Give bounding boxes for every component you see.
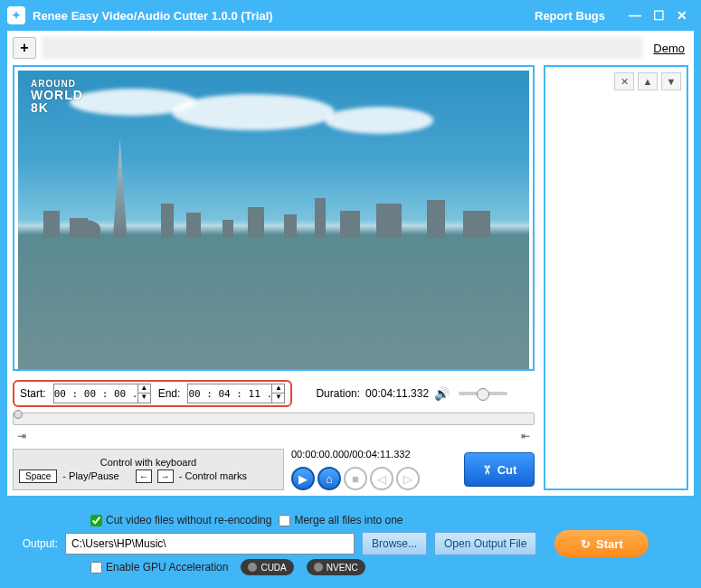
end-time-input[interactable] [188,388,271,400]
start-button[interactable]: ↻Start [554,530,649,557]
start-time-spinner[interactable]: ▲▼ [53,384,151,403]
no-reencode-checkbox[interactable]: Cut video files without re-encoding [90,514,271,526]
output-label: Output: [14,537,58,550]
duration-label: Duration: [316,387,360,400]
stop-button[interactable]: ■ [344,467,367,490]
report-bugs-link[interactable]: Report Bugs [535,9,605,23]
open-output-button[interactable]: Open Output File [434,532,536,555]
close-button[interactable]: ✕ [670,6,694,24]
merge-checkbox[interactable]: Merge all files into one [279,514,403,526]
browse-button[interactable]: Browse... [362,532,427,555]
video-watermark: AROUND WORLD 8K [31,80,83,114]
end-down[interactable]: ▼ [272,394,284,403]
video-preview-frame: AROUND WORLD 8K [13,65,535,371]
demo-link[interactable]: Demo [653,42,685,55]
timecode: 00:00:00.000/00:04:11.332 [291,449,411,460]
titlebar: ✦ Renee Easy Video/Audio Cutter 1.0.0 (T… [0,0,701,31]
file-path-field[interactable] [42,37,642,59]
mark-in-button[interactable]: ⇥ [13,427,31,445]
video-preview[interactable]: AROUND WORLD 8K [18,71,529,369]
cut-button[interactable]: ✂ Cut [464,452,535,487]
nvenc-badge: NVENC [307,559,365,575]
segments-panel: ✕ ▲ ▼ [544,65,688,490]
add-file-button[interactable]: + [13,37,36,59]
play-button[interactable]: ▶ [291,467,315,490]
right-key-hint: → [157,469,174,483]
home-button[interactable]: ⌂ [317,467,341,490]
keyboard-hints: Control with keyboard Space - Play/Pause… [13,449,284,490]
maximize-button[interactable]: ☐ [647,6,670,24]
scissors-icon: ✂ [480,465,494,475]
delete-segment-button[interactable]: ✕ [614,72,634,90]
volume-slider[interactable] [459,392,507,395]
start-time-input[interactable] [54,388,137,400]
space-key-hint: Space [19,469,57,483]
move-up-button[interactable]: ▲ [638,72,658,90]
duration-value: 00:04:11.332 [365,387,429,400]
end-label: End: [158,387,181,400]
output-path-input[interactable] [65,533,355,555]
next-frame-button[interactable]: ▷ [396,467,420,490]
cuda-badge: CUDA [241,559,293,575]
left-key-hint: ← [136,469,152,483]
end-time-spinner[interactable]: ▲▼ [187,384,285,403]
refresh-icon: ↻ [581,537,591,551]
minimize-button[interactable]: — [623,6,647,24]
timeline[interactable] [13,413,535,425]
app-title: Renee Easy Video/Audio Cutter 1.0.0 (Tri… [33,9,273,23]
move-down-button[interactable]: ▼ [661,72,681,90]
gpu-accel-checkbox[interactable]: Enable GPU Acceleration [90,561,228,574]
app-icon: ✦ [7,6,25,24]
playhead[interactable] [14,410,23,419]
prev-frame-button[interactable]: ◁ [370,467,393,490]
start-end-highlight: Start: ▲▼ End: ▲▼ [13,380,292,407]
start-label: Start: [20,387,46,400]
volume-icon[interactable]: 🔊 [434,386,450,401]
mark-out-button[interactable]: ⇤ [516,427,535,445]
start-down[interactable]: ▼ [138,394,150,403]
